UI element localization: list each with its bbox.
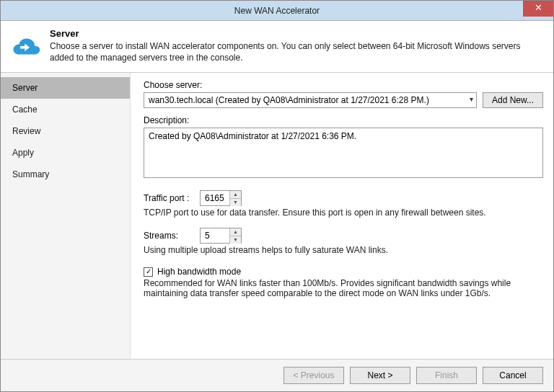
high-bandwidth-label: High bandwidth mode	[157, 267, 241, 277]
traffic-port-hint: TCP/IP port to use for data transfer. En…	[144, 208, 543, 218]
wizard-window: New WAN Accelerator ✕ Server Choose a se…	[0, 0, 554, 392]
sidebar-item-server[interactable]: Server	[1, 77, 130, 99]
sidebar-item-summary[interactable]: Summary	[1, 164, 130, 185]
window-title: New WAN Accelerator	[234, 6, 320, 16]
wizard-footer: < Previous Next > Finish Cancel	[1, 359, 553, 391]
wizard-main: Choose server: wan30.tech.local (Created…	[131, 73, 553, 359]
traffic-port-input[interactable]	[201, 191, 229, 205]
titlebar: New WAN Accelerator ✕	[1, 1, 553, 21]
server-select-value: wan30.tech.local (Created by QA08\Admini…	[149, 95, 429, 105]
finish-button[interactable]: Finish	[416, 367, 477, 384]
high-bandwidth-hint: Recommended for WAN links faster than 10…	[144, 278, 543, 298]
previous-button[interactable]: < Previous	[283, 367, 344, 384]
check-icon: ✓	[146, 268, 151, 275]
traffic-port-label: Traffic port :	[144, 193, 194, 203]
high-bandwidth-checkbox[interactable]: ✓	[144, 267, 153, 277]
add-new-button[interactable]: Add New...	[483, 92, 543, 108]
description-label: Description:	[144, 115, 543, 125]
sidebar-item-apply[interactable]: Apply	[1, 142, 130, 164]
cancel-button[interactable]: Cancel	[483, 367, 543, 384]
traffic-port-arrows: ▲ ▼	[229, 191, 241, 205]
streams-stepper[interactable]: ▲ ▼	[200, 228, 242, 244]
traffic-port-down-icon[interactable]: ▼	[230, 199, 241, 206]
streams-arrows: ▲ ▼	[229, 228, 241, 243]
chevron-down-icon: ▾	[470, 95, 473, 103]
traffic-port-stepper[interactable]: ▲ ▼	[200, 190, 242, 206]
streams-down-icon[interactable]: ▼	[230, 236, 241, 244]
server-select[interactable]: wan30.tech.local (Created by QA08\Admini…	[144, 92, 477, 108]
sidebar-item-cache[interactable]: Cache	[1, 99, 130, 120]
streams-input[interactable]	[201, 228, 229, 243]
streams-up-icon[interactable]: ▲	[230, 228, 241, 236]
description-textarea[interactable]	[144, 128, 543, 178]
streams-hint: Using multiple upload streams helps to f…	[144, 245, 543, 255]
traffic-port-up-icon[interactable]: ▲	[230, 191, 241, 199]
page-description: Choose a server to install WAN accelerat…	[50, 40, 543, 63]
header-text-block: Server Choose a server to install WAN ac…	[50, 28, 543, 63]
page-title: Server	[50, 28, 543, 39]
streams-label: Streams:	[144, 231, 194, 241]
next-button[interactable]: Next >	[350, 367, 410, 384]
choose-server-label: Choose server:	[144, 80, 543, 90]
wizard-header: Server Choose a server to install WAN ac…	[1, 21, 553, 73]
wizard-body: Server Cache Review Apply Summary Choose…	[1, 73, 553, 359]
server-cloud-icon	[11, 31, 41, 61]
close-button[interactable]: ✕	[523, 1, 553, 17]
close-icon: ✕	[535, 2, 542, 13]
wizard-sidebar: Server Cache Review Apply Summary	[1, 73, 131, 359]
sidebar-item-review[interactable]: Review	[1, 120, 130, 142]
